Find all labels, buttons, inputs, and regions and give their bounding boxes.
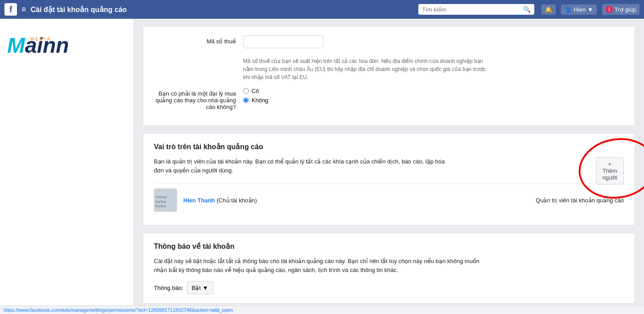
notifications-button[interactable]: 🔔 [541,4,556,15]
agency-question-row: Bạn có phải là một đại lý mua quảng cáo … [154,88,624,110]
tax-label-empty [154,54,243,57]
logo-m-letter: M [7,33,25,58]
roles-title: Vai trò trên tài khoản quảng cáo [154,142,624,151]
search-box: 🔍 [418,4,534,15]
help-label: Trợ giúp [615,6,636,13]
radio-no-label: Không [252,97,268,104]
status-bar: https://www.facebook.com/ads/manage/sett… [0,306,644,314]
radio-yes-label: Có [252,88,259,94]
tax-helper-text: Mã số thuế của bạn sẽ xuất hiện trên tất… [243,57,493,81]
radio-yes-item[interactable]: Có [243,88,624,94]
radio-no-input[interactable] [243,97,249,103]
top-navigation: f ≡ Cài đặt tài khoản quảng cáo 🔍 🔔 👤 Hi… [0,0,644,19]
user-role-label: Quản trị viên tài khoản quảng cáo [536,197,624,204]
notification-title: Thông báo về tài khoản [154,242,624,251]
sidebar: M ainn MEDIA [0,19,134,314]
tax-number-input[interactable] [243,35,323,48]
tax-helper-row: Mã số thuế của bạn sẽ xuất hiện trên tất… [154,54,624,81]
svg-text:thư thư: thư thư [156,205,166,208]
roles-section-card: Vai trò trên tài khoản quảng cáo Bạn là … [143,133,635,226]
radio-yes-input[interactable] [243,88,249,94]
facebook-f-icon: f [9,5,12,14]
user-full-name: Hien Thanh [183,197,215,204]
tax-helper-area: Mã số thuế của bạn sẽ xuất hiện trên tất… [243,54,624,81]
notification-dropdown-button[interactable]: Bật ▼ [187,281,213,294]
bell-icon: 🔔 [545,6,552,13]
svg-text:thư thư: thư thư [156,200,166,203]
agency-radio-group: Có Không [243,88,624,104]
tax-number-row: Mã số thuế [154,35,624,48]
user-avatar-icon: 👤 [565,6,572,13]
tax-label: Mã số thuế [154,35,243,45]
logo-media-text: MEDIA [30,37,51,42]
svg-text:Thư thư: Thư thư [156,196,167,199]
search-input[interactable] [422,6,523,13]
user-avatar: Thư thư thư thư thư thư [154,188,177,212]
agency-label: Bạn có phải là một đại lý mua quảng cáo … [154,88,243,110]
facebook-logo: f [4,3,17,16]
chevron-down-icon: ▼ [587,6,593,13]
notification-description: Cài đặt này sẽ bật hoặc tắt tất cả thông… [154,257,493,274]
tax-section-card: Mã số thuế Mã số thuế của bạn sẽ xuất hi… [143,26,635,126]
user-menu-button[interactable]: 👤 Hien ▼ [561,4,597,15]
notification-label: Thông báo: [154,285,183,291]
user-owner-label: (Chủ tài khoản) [217,197,257,204]
dropdown-arrow-icon: ▼ [202,285,208,291]
user-row: Thư thư thư thư thư thư Hien Thanh (Chủ … [154,184,624,216]
user-name-label: Hien [574,6,586,13]
main-content: Mã số thuế Mã số thuế của bạn sẽ xuất hi… [134,19,644,314]
user-info: Hien Thanh (Chủ tài khoản) [183,197,257,204]
roles-description: Bạn là quản trị viên của tài khoản này. … [154,157,448,175]
notification-value: Bật [192,285,201,291]
tax-input-area [243,35,624,48]
page-title: Cài đặt tài khoản quảng cáo [31,5,127,14]
logo-container: M ainn MEDIA [0,26,133,65]
notification-section-card: Thông báo về tài khoản Cài đặt này sẽ bậ… [143,233,635,304]
help-icon: 1 [606,6,613,13]
notification-control-row: Thông báo: Bật ▼ [154,281,624,294]
agency-radio-area: Có Không [243,88,624,104]
hamburger-menu-icon[interactable]: ≡ [21,5,26,14]
help-button[interactable]: 1 Trợ giúp [602,4,640,15]
search-icon: 🔍 [523,6,531,13]
radio-no-item[interactable]: Không [243,97,624,104]
page-wrapper: M ainn MEDIA Mã số thuế Mã số thuế [0,19,644,314]
status-url: https://www.facebook.com/ads/manage/sett… [4,307,233,313]
add-person-button[interactable]: + Thêm người [596,157,624,184]
